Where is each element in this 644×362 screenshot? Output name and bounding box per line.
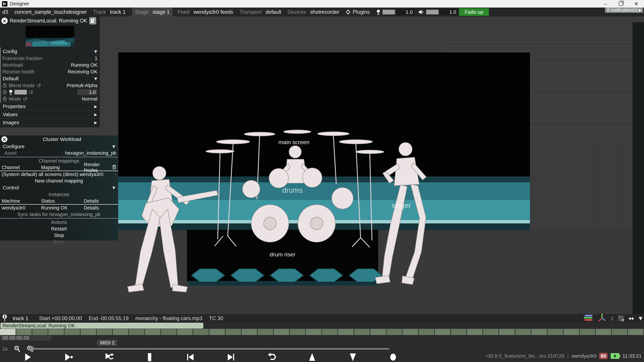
- restart-button[interactable]: Restart: [0, 226, 118, 232]
- timeline-cell[interactable]: [242, 329, 258, 335]
- timeline-cell[interactable]: [129, 329, 145, 335]
- timeline-cell[interactable]: [338, 329, 354, 335]
- timeline-cell[interactable]: [386, 329, 402, 335]
- timeline-cell[interactable]: [48, 329, 64, 335]
- sync-tasks-label[interactable]: Sync tasks for hexagon_instancing_pk: [0, 211, 118, 218]
- timeline-cell[interactable]: [580, 329, 596, 335]
- asset-value[interactable]: hexagon_instancing_pk: [65, 150, 116, 156]
- properties-link[interactable]: Properties▶: [0, 102, 100, 110]
- timeline-cell[interactable]: [226, 329, 242, 335]
- receive-health-value[interactable]: Receiving OK: [68, 69, 98, 75]
- return-to-start-button[interactable]: [266, 352, 276, 362]
- reset-icon[interactable]: ↺: [29, 89, 33, 95]
- menu-devices-label[interactable]: Devices: [288, 9, 306, 15]
- timeline-cell[interactable]: [451, 329, 467, 335]
- track-audio-file[interactable]: monarchy - floating cars.mp3: [135, 316, 202, 322]
- timeline-cell[interactable]: [209, 329, 226, 335]
- menu-feed-label[interactable]: Feed: [178, 9, 190, 15]
- timeline-cell[interactable]: [564, 329, 580, 335]
- menu-feed-value[interactable]: wendya3r0 feeds: [194, 9, 233, 15]
- timeline-cell[interactable]: [161, 329, 177, 335]
- nudge-up-button[interactable]: [307, 352, 317, 362]
- fade-up-button[interactable]: Fade up: [459, 8, 489, 16]
- timeline-cell[interactable]: [177, 329, 193, 335]
- fit-width-icon[interactable]: ↔: [629, 315, 634, 322]
- previous-section-button[interactable]: [185, 352, 195, 362]
- close-button[interactable]: ✕: [628, 0, 644, 7]
- play-button[interactable]: [22, 352, 32, 362]
- timeline-cell[interactable]: [0, 329, 16, 335]
- timeline-cell[interactable]: [483, 329, 499, 335]
- brightness-value[interactable]: 1.0: [397, 9, 414, 15]
- track-end[interactable]: End -00:05:55.19: [89, 316, 129, 322]
- timeline-cell[interactable]: [354, 329, 370, 335]
- timeline-ruler[interactable]: [0, 329, 644, 335]
- main-screen-surface[interactable]: [118, 52, 530, 176]
- timeline-cell[interactable]: [596, 329, 612, 335]
- timeline-cell[interactable]: [322, 329, 338, 335]
- renderstream-preview-thumbnail[interactable]: [26, 26, 74, 46]
- timeline-zoom-slider[interactable]: [33, 348, 390, 350]
- record-button[interactable]: [388, 352, 398, 362]
- timeline-cell[interactable]: [80, 329, 96, 335]
- timeline-cell[interactable]: [548, 329, 564, 335]
- keyframe-clock-icon[interactable]: [2, 89, 7, 95]
- notes-add-icon[interactable]: [89, 17, 96, 24]
- timeline-cell[interactable]: [612, 329, 628, 335]
- instance-details-link[interactable]: Details: [84, 205, 116, 211]
- timeline-cell[interactable]: [515, 329, 531, 335]
- stop-button[interactable]: Stop: [0, 232, 118, 239]
- panel-scrollbar[interactable]: [0, 47, 1, 103]
- images-link[interactable]: Images▶: [0, 118, 100, 126]
- collapse-timeline-icon[interactable]: ▼: [639, 316, 642, 321]
- stage-viewport[interactable]: main screen drums singer drum riser × Re…: [0, 16, 644, 314]
- menu-track-label[interactable]: Track: [93, 9, 106, 15]
- timeline-cell[interactable]: [145, 329, 161, 335]
- timeline-cell[interactable]: [274, 329, 290, 335]
- timeline-cell[interactable]: [32, 329, 48, 335]
- timeline-cell[interactable]: [96, 329, 113, 335]
- timeline-cell[interactable]: [64, 329, 80, 335]
- volume-slider[interactable]: [426, 10, 438, 14]
- values-link[interactable]: Values▶: [0, 110, 100, 118]
- playhead-icon[interactable]: [2, 314, 8, 323]
- new-channel-mapping-button[interactable]: New channel mapping: [0, 178, 118, 184]
- timeline-cell[interactable]: [467, 329, 483, 335]
- track-name[interactable]: track 1: [13, 316, 28, 322]
- timeline-zoom-slider-handle[interactable]: [29, 346, 34, 352]
- brightness-slider[interactable]: [382, 10, 395, 14]
- timeline-cell[interactable]: [370, 329, 386, 335]
- nudge-down-button[interactable]: [348, 352, 358, 362]
- menu-transport-label[interactable]: Transport: [240, 9, 262, 15]
- panel-close-icon[interactable]: ×: [1, 17, 8, 24]
- axis-gizmo-icon[interactable]: [598, 314, 606, 323]
- workload-value[interactable]: Running OK: [71, 62, 98, 68]
- blend-mode-value[interactable]: Premult-Alpha: [66, 83, 98, 88]
- minimize-button[interactable]: –: [598, 0, 613, 7]
- reset-icon[interactable]: ↺: [37, 82, 41, 88]
- keyframe-clock-icon[interactable]: [2, 96, 7, 102]
- renderstream-status-bar[interactable]: RenderStreamLocal: Running OK: [0, 323, 203, 329]
- panel-close-icon[interactable]: ×: [1, 136, 8, 142]
- timeline-cell[interactable]: [193, 329, 209, 335]
- layers-icon[interactable]: [584, 314, 593, 323]
- timeline-cell[interactable]: [306, 329, 322, 335]
- midi-note-tag[interactable]: MIDI 2: [96, 340, 117, 346]
- config-section-header[interactable]: Config▼: [0, 48, 100, 55]
- volume-value[interactable]: 1.0: [440, 9, 458, 15]
- remove-mapping-button[interactable]: -: [114, 172, 116, 177]
- stop-button[interactable]: [144, 352, 154, 362]
- menu-devices-value[interactable]: shotrecorder: [310, 9, 339, 15]
- timeline-cell[interactable]: [628, 329, 644, 335]
- play-section-button[interactable]: [63, 352, 73, 362]
- timeline-cell[interactable]: [16, 329, 32, 335]
- timeline-cell[interactable]: [499, 329, 515, 335]
- default-section-header[interactable]: Default▼: [0, 75, 100, 82]
- control-section-header[interactable]: Control▼: [0, 184, 118, 191]
- panel-brightness-slider[interactable]: [14, 90, 27, 94]
- quantise-grid-icon[interactable]: [618, 316, 624, 321]
- panel-brightness-value[interactable]: 1.0: [77, 89, 98, 95]
- menu-track-value[interactable]: track 1: [110, 9, 126, 15]
- menu-stage-selected[interactable]: Stage stage 1: [132, 7, 173, 16]
- timeline-cell[interactable]: [402, 329, 418, 335]
